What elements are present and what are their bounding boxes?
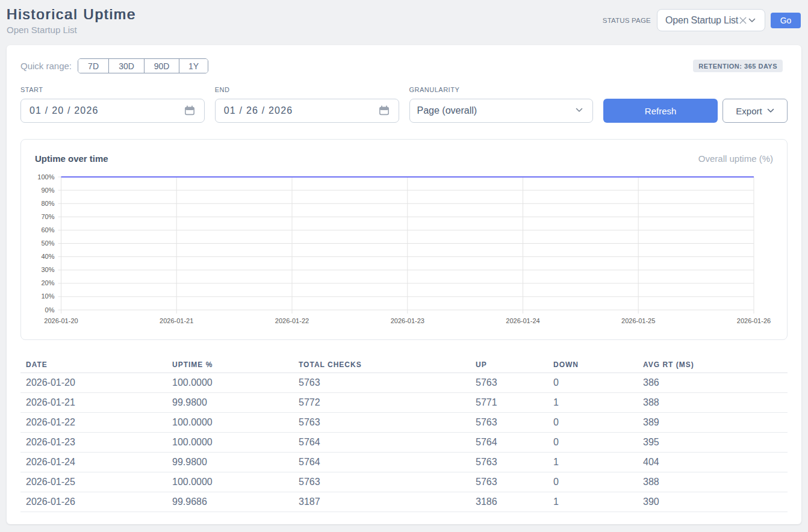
svg-text:2026-01-26: 2026-01-26 bbox=[737, 317, 771, 324]
svg-text:2026-01-21: 2026-01-21 bbox=[160, 317, 193, 324]
svg-text:2026-01-25: 2026-01-25 bbox=[621, 317, 655, 324]
svg-text:20%: 20% bbox=[41, 279, 54, 286]
svg-text:2026-01-20: 2026-01-20 bbox=[44, 317, 78, 324]
svg-text:90%: 90% bbox=[41, 187, 54, 194]
svg-text:2026-01-23: 2026-01-23 bbox=[391, 317, 424, 324]
svg-text:40%: 40% bbox=[41, 253, 54, 260]
svg-text:80%: 80% bbox=[41, 200, 54, 207]
svg-text:0%: 0% bbox=[45, 306, 55, 314]
svg-text:10%: 10% bbox=[41, 292, 54, 300]
svg-text:2026-01-24: 2026-01-24 bbox=[506, 317, 539, 324]
svg-text:70%: 70% bbox=[41, 213, 54, 220]
svg-text:100%: 100% bbox=[37, 173, 54, 181]
svg-text:2026-01-22: 2026-01-22 bbox=[275, 317, 309, 324]
svg-text:50%: 50% bbox=[41, 240, 54, 247]
svg-text:30%: 30% bbox=[41, 266, 54, 273]
svg-text:60%: 60% bbox=[41, 226, 54, 234]
